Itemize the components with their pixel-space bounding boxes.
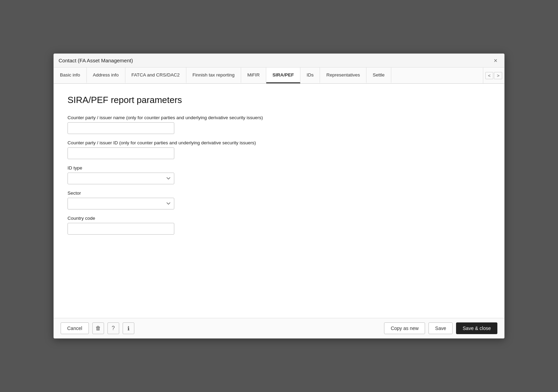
help-icon: ?: [112, 325, 115, 331]
country-code-input[interactable]: [68, 223, 174, 235]
country-code-group: Country code: [68, 216, 490, 235]
counterparty-name-label: Counter party / issuer name (only for co…: [68, 115, 490, 120]
info-icon: ℹ: [127, 325, 130, 332]
tab-sira-pef[interactable]: SIRA/PEF: [266, 68, 300, 83]
close-button[interactable]: ×: [492, 57, 499, 64]
tabs-next-button[interactable]: >: [494, 72, 502, 79]
id-type-label: ID type: [68, 165, 490, 171]
tab-finnish-tax[interactable]: Finnish tax reporting: [186, 68, 241, 83]
copy-as-new-button[interactable]: Copy as new: [384, 322, 425, 334]
sector-group: Sector: [68, 190, 490, 209]
tab-representatives[interactable]: Representatives: [320, 68, 366, 83]
tab-basic-info[interactable]: Basic info: [54, 68, 87, 83]
counterparty-id-label: Counter party / issuer ID (only for coun…: [68, 140, 490, 145]
counterparty-id-group: Counter party / issuer ID (only for coun…: [68, 140, 490, 159]
dialog-footer: Cancel 🗑 ? ℹ Copy as new Save Save & clo…: [54, 318, 504, 338]
delete-button[interactable]: 🗑: [92, 322, 104, 334]
dialog-content: SIRA/PEF report parameters Counter party…: [54, 84, 504, 318]
tab-settle[interactable]: Settle: [366, 68, 391, 83]
footer-right: Copy as new Save Save & close: [384, 322, 497, 334]
tabs-navigation: < >: [483, 68, 504, 83]
dialog: Contact (FA Asset Management) × Basic in…: [53, 53, 505, 339]
delete-icon: 🗑: [95, 325, 101, 331]
country-code-label: Country code: [68, 216, 490, 221]
footer-left: Cancel 🗑 ? ℹ: [61, 322, 381, 334]
save-button[interactable]: Save: [428, 322, 453, 334]
help-button[interactable]: ?: [107, 322, 119, 334]
counterparty-id-input[interactable]: [68, 147, 174, 159]
dialog-header: Contact (FA Asset Management) ×: [54, 54, 504, 68]
tab-mifir[interactable]: MiFIR: [241, 68, 266, 83]
tab-address-info[interactable]: Address info: [87, 68, 125, 83]
counterparty-name-group: Counter party / issuer name (only for co…: [68, 115, 490, 134]
dialog-title: Contact (FA Asset Management): [59, 58, 133, 63]
tab-fatca[interactable]: FATCA and CRS/DAC2: [125, 68, 186, 83]
save-close-button[interactable]: Save & close: [456, 322, 497, 334]
sector-label: Sector: [68, 190, 490, 196]
tab-ids[interactable]: IDs: [300, 68, 320, 83]
id-type-group: ID type: [68, 165, 490, 184]
sector-select[interactable]: [68, 198, 174, 209]
section-title: SIRA/PEF report parameters: [68, 95, 490, 105]
id-type-select[interactable]: [68, 173, 174, 184]
cancel-button[interactable]: Cancel: [61, 322, 89, 334]
info-button[interactable]: ℹ: [123, 322, 134, 334]
tabs-prev-button[interactable]: <: [485, 72, 494, 79]
counterparty-name-input[interactable]: [68, 122, 174, 134]
tabs-bar: Basic info Address info FATCA and CRS/DA…: [54, 68, 504, 84]
